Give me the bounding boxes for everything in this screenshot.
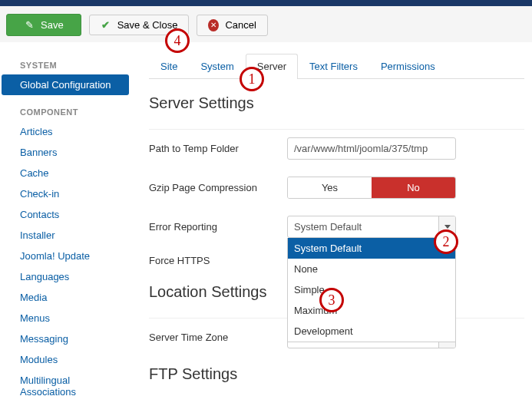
sidebar-item-joomla-update[interactable]: Joomla! Update [0, 246, 132, 266]
cancel-icon: ✕ [208, 19, 219, 31]
sidebar-item-installer[interactable]: Installer [0, 225, 132, 246]
label-temp-path: Path to Temp Folder [149, 143, 287, 154]
option-maximum[interactable]: Maximum [288, 300, 455, 321]
toolbar: ✎ Save ✔ Save & Close ✕ Cancel [0, 6, 532, 42]
sidebar-item-check-in[interactable]: Check-in [0, 183, 132, 204]
sidebar: SYSTEM Global Configuration COMPONENT Ar… [0, 42, 132, 406]
tab-permissions[interactable]: Permissions [369, 54, 447, 79]
sidebar-item-global-configuration[interactable]: Global Configuration [2, 74, 129, 95]
sidebar-item-articles[interactable]: Articles [0, 121, 132, 142]
option-simple[interactable]: Simple [288, 279, 455, 300]
sidebar-item-news-feeds[interactable]: News Feeds [0, 402, 132, 406]
option-none[interactable]: None [288, 259, 455, 279]
apply-icon: ✎ [24, 19, 35, 31]
dropdown-error-reporting: System Default None Simple Maximum Devel… [287, 238, 456, 342]
main-content: Site System Server Text Filters Permissi… [132, 42, 532, 406]
option-development[interactable]: Development [288, 321, 455, 342]
input-temp-path[interactable] [287, 137, 456, 160]
sidebar-item-cache[interactable]: Cache [0, 163, 132, 183]
chevron-down-icon [438, 216, 455, 237]
cancel-button[interactable]: ✕ Cancel [197, 15, 267, 36]
sidebar-item-contacts[interactable]: Contacts [0, 204, 132, 225]
save-label: Save [41, 19, 64, 31]
check-icon: ✔ [101, 19, 111, 31]
sidebar-item-modules[interactable]: Modules [0, 349, 132, 370]
cancel-label: Cancel [225, 19, 256, 31]
toggle-gzip: Yes No [287, 177, 456, 199]
select-error-reporting[interactable]: System Default [287, 216, 456, 238]
section-ftp-settings: FTP Settings [149, 365, 524, 383]
sidebar-item-multilingual-associations[interactable]: Multilingual Associations [0, 370, 132, 402]
tab-site[interactable]: Site [149, 54, 189, 79]
sidebar-item-media[interactable]: Media [0, 287, 132, 308]
tab-system[interactable]: System [189, 54, 245, 79]
save-button[interactable]: ✎ Save [6, 14, 81, 36]
toggle-gzip-no[interactable]: No [372, 177, 455, 198]
sidebar-heading-system: SYSTEM [0, 56, 132, 74]
save-close-label: Save & Close [117, 19, 178, 31]
sidebar-item-messaging[interactable]: Messaging [0, 328, 132, 349]
label-timezone: Server Time Zone [149, 332, 287, 343]
tab-server[interactable]: Server [246, 54, 298, 79]
option-system-default[interactable]: System Default [288, 238, 455, 259]
tab-text-filters[interactable]: Text Filters [298, 54, 369, 79]
sidebar-heading-component: COMPONENT [0, 103, 132, 121]
sidebar-item-menus[interactable]: Menus [0, 308, 132, 328]
config-tabs: Site System Server Text Filters Permissi… [149, 53, 524, 79]
sidebar-item-banners[interactable]: Banners [0, 142, 132, 163]
sidebar-item-languages[interactable]: Languages [0, 266, 132, 287]
save-close-button[interactable]: ✔ Save & Close [89, 15, 190, 35]
label-force-https: Force HTTPS [149, 255, 287, 266]
select-error-reporting-value: System Default [288, 216, 438, 237]
toggle-gzip-yes[interactable]: Yes [288, 177, 372, 198]
divider [149, 129, 524, 130]
section-server-settings: Server Settings [149, 94, 524, 112]
label-error-reporting: Error Reporting [149, 221, 287, 233]
label-gzip: Gzip Page Compression [149, 182, 287, 193]
